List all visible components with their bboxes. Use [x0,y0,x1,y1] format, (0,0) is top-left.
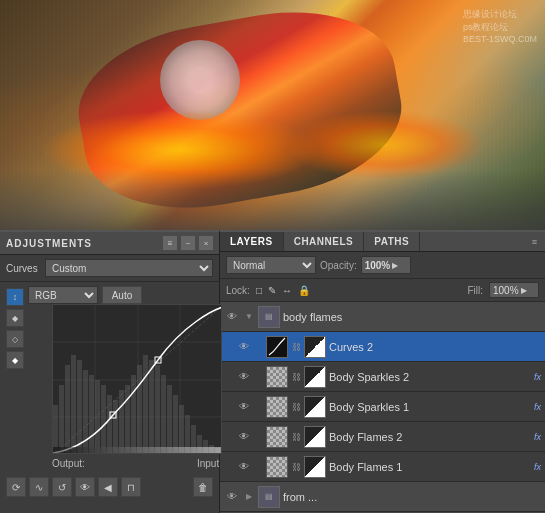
input-label: Input: [197,458,222,469]
panel-minus-icon[interactable]: − [181,236,195,250]
layer-mask-flames2 [304,426,326,448]
panel-menu-icon[interactable]: ≡ [163,236,177,250]
layer-fx-flames1: fx [534,462,541,472]
header-icons: ≡ − × [163,236,213,250]
adj-bottom-toolbar: ⟳ ∿ ↺ 👁 ◀ ⊓ 🗑 [0,473,219,501]
opacity-field[interactable]: 100% ▶ [361,256,411,274]
curves-canvas[interactable] [52,304,222,454]
svg-rect-10 [71,355,76,453]
lock-label: Lock: [226,285,250,296]
svg-rect-24 [155,365,160,453]
reset-icon[interactable]: ↺ [52,477,72,497]
layer-name-from: from ... [283,491,541,503]
layer-mask-flames1 [304,456,326,478]
opacity-value: 100% [365,260,391,271]
photo-area: 思缘设计论坛 ps教程论坛 BEST-1SWQ.C0M [0,0,545,230]
tab-paths[interactable]: PATHS [364,232,420,251]
svg-rect-16 [107,395,112,453]
layer-visibility-from[interactable]: 👁 [224,489,240,505]
layer-row-body-sparkles1[interactable]: 👁 ⛓ Body Sparkles 1 fx [220,392,545,422]
tab-layers[interactable]: LAYERS [220,232,284,251]
layer-visibility-sparkles1[interactable]: 👁 [236,399,252,415]
svg-rect-14 [95,380,100,453]
layer-row-body-flames[interactable]: 👁 ▼ ▤ body flames [220,302,545,332]
fill-arrow: ▶ [521,286,527,295]
delete-icon[interactable]: 🗑 [193,477,213,497]
fill-value: 100% [493,285,519,296]
panel-close-icon[interactable]: × [199,236,213,250]
layer-mask-sparkles1 [304,396,326,418]
layer-link-sparkles2: ⛓ [291,366,301,388]
blend-mode-select[interactable]: Normal [226,256,316,274]
layer-row-body-flames2[interactable]: 👁 ⛓ Body Flames 2 fx [220,422,545,452]
fill-label: Fill: [467,285,483,296]
curves-right-col: RGB Red Green Blue Auto [28,286,228,471]
svg-rect-17 [113,400,118,453]
curves-container [52,304,222,454]
tab-channels[interactable]: CHANNELS [284,232,365,251]
expand-from[interactable]: ▶ [243,491,255,503]
eyedropper-white-tool[interactable]: ◆ [6,351,24,369]
prev-layer-icon[interactable]: ◀ [98,477,118,497]
layer-name-sparkles2: Body Sparkles 2 [329,371,529,383]
layer-name-body-flames: body flames [283,311,541,323]
layers-header-right: ≡ [420,232,545,251]
channel-select[interactable]: RGB Red Green Blue [28,286,98,304]
lock-row: Lock: □ ✎ ↔ 🔒 Fill: 100% ▶ [220,279,545,302]
svg-rect-13 [89,375,94,453]
layer-name-curves2: Curves 2 [329,341,541,353]
lock-transparent-icon[interactable]: □ [256,285,262,296]
layer-link-flames1: ⛓ [291,456,301,478]
opacity-label: Opacity: [320,260,357,271]
smooth-curve-icon[interactable]: ∿ [29,477,49,497]
layer-visibility-sparkles2[interactable]: 👁 [236,369,252,385]
target-adjustment-tool[interactable]: ↕ [6,288,24,306]
expand-body-flames[interactable]: ▼ [243,311,255,323]
layer-thumb-sparkles2 [266,366,288,388]
layer-link-flames2: ⛓ [291,426,301,448]
curves-grid-svg [53,305,221,453]
curves-label: Curves [6,263,41,274]
svg-rect-11 [77,360,82,453]
eyedropper-grey-tool[interactable]: ◇ [6,330,24,348]
svg-rect-28 [179,405,184,453]
svg-rect-37 [53,447,221,453]
svg-rect-9 [65,365,70,453]
lock-move-icon[interactable]: ↔ [282,285,292,296]
layers-panel-menu[interactable]: ≡ [528,237,541,247]
layer-visibility-flames2[interactable]: 👁 [236,429,252,445]
layer-mask-sparkles2 [304,366,326,388]
clip-layer-icon[interactable]: ⊓ [121,477,141,497]
fill-field[interactable]: 100% ▶ [489,282,539,298]
layer-thumb-sparkles1 [266,396,288,418]
layer-row-body-sparkles2[interactable]: 👁 ⛓ Body Sparkles 2 fx [220,362,545,392]
auto-button[interactable]: Auto [102,286,142,304]
layer-thumb-from: ▤ [258,486,280,508]
layer-row-body-flames1[interactable]: 👁 ⛓ Body Flames 1 fx [220,452,545,482]
svg-rect-25 [161,375,166,453]
adjustments-title: ADJUSTMENTS [6,238,92,249]
svg-rect-18 [119,390,124,453]
output-label: Output: [52,458,85,469]
svg-rect-7 [53,405,58,453]
visibility-icon[interactable]: 👁 [75,477,95,497]
eyedropper-black-tool[interactable]: ◆ [6,309,24,327]
curves-preset-select[interactable]: Custom [45,259,213,277]
layer-visibility-body-flames[interactable]: 👁 [224,309,240,325]
layer-fx-sparkles2: fx [534,372,541,382]
layer-row-from[interactable]: 👁 ▶ ▤ from ... [220,482,545,512]
channel-auto-row: ↕ ◆ ◇ ◆ RGB Red Green Blue Auto [0,282,219,473]
layer-row-curves2[interactable]: 👁 ⛓ Curves 2 [220,332,545,362]
layer-mask-curves2 [304,336,326,358]
layer-thumb-body-flames: ▤ [258,306,280,328]
lock-paint-icon[interactable]: ✎ [268,285,276,296]
adjustments-header: ADJUSTMENTS ≡ − × [0,232,219,255]
helmet [160,40,240,120]
layer-visibility-flames1[interactable]: 👁 [236,459,252,475]
auto-correct-icon[interactable]: ⟳ [6,477,26,497]
layer-visibility-curves2[interactable]: 👁 [236,339,252,355]
layer-thumb-curves2 [266,336,288,358]
opacity-arrow: ▶ [392,261,398,270]
lock-all-icon[interactable]: 🔒 [298,285,310,296]
svg-rect-27 [173,395,178,453]
